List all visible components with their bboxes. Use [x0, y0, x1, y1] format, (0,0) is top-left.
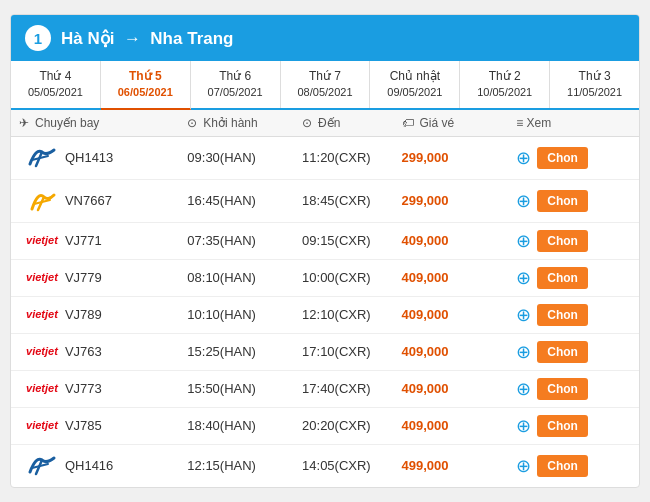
route-title: Hà Nội → Nha Trang — [61, 28, 233, 49]
flight-action: ⊕ Chon — [516, 341, 631, 363]
select-flight-button[interactable]: Chon — [537, 304, 588, 326]
flight-depart: 10:10(HAN) — [187, 307, 302, 322]
flight-arrive: 14:05(CXR) — [302, 458, 401, 473]
col-header-flight: ✈ Chuyến bay — [19, 116, 187, 130]
date-tab-07-05-2021[interactable]: Thứ 607/05/2021 — [191, 61, 281, 107]
flight-arrive: 20:20(CXR) — [302, 418, 401, 433]
flight-depart: 07:35(HAN) — [187, 233, 302, 248]
airline-logo — [19, 452, 65, 480]
airline-logo: vietjet — [19, 235, 65, 246]
flight-row: QH1413 09:30(HAN) 11:20(CXR) 299,000 ⊕ C… — [11, 137, 639, 180]
plus-icon[interactable]: ⊕ — [516, 190, 531, 212]
flight-price: 409,000 — [402, 381, 517, 396]
flight-arrive: 17:10(CXR) — [302, 344, 401, 359]
flight-code: QH1416 — [65, 458, 187, 473]
flight-arrive: 10:00(CXR) — [302, 270, 401, 285]
flight-row: vietjet VJ785 18:40(HAN) 20:20(CXR) 409,… — [11, 408, 639, 445]
flight-depart: 15:25(HAN) — [187, 344, 302, 359]
flight-action: ⊕ Chon — [516, 304, 631, 326]
plus-icon[interactable]: ⊕ — [516, 341, 531, 363]
select-flight-button[interactable]: Chon — [537, 147, 588, 169]
flight-action: ⊕ Chon — [516, 267, 631, 289]
flight-row: vietjet VJ779 08:10(HAN) 10:00(CXR) 409,… — [11, 260, 639, 297]
col-header-depart: ⊙ Khởi hành — [187, 116, 302, 130]
flight-code: VJ771 — [65, 233, 187, 248]
flight-arrive: 09:15(CXR) — [302, 233, 401, 248]
date-tab-11-05-2021[interactable]: Thứ 311/05/2021 — [550, 61, 639, 107]
date-tab-09-05-2021[interactable]: Chủ nhật09/05/2021 — [370, 61, 460, 107]
date-tab-08-05-2021[interactable]: Thứ 708/05/2021 — [281, 61, 371, 107]
flight-action: ⊕ Chon — [516, 415, 631, 437]
col-header-price: 🏷 Giá vé — [402, 116, 517, 130]
airline-logo — [19, 187, 65, 215]
flight-action: ⊕ Chon — [516, 378, 631, 400]
plus-icon[interactable]: ⊕ — [516, 230, 531, 252]
flight-row: VN7667 16:45(HAN) 18:45(CXR) 299,000 ⊕ C… — [11, 180, 639, 223]
select-flight-button[interactable]: Chon — [537, 455, 588, 477]
select-flight-button[interactable]: Chon — [537, 230, 588, 252]
flight-code: VJ779 — [65, 270, 187, 285]
flight-row: QH1416 12:15(HAN) 14:05(CXR) 499,000 ⊕ C… — [11, 445, 639, 487]
header-left: 1 Hà Nội → Nha Trang — [25, 25, 233, 51]
plus-icon[interactable]: ⊕ — [516, 267, 531, 289]
flight-price: 409,000 — [402, 233, 517, 248]
flight-price: 409,000 — [402, 418, 517, 433]
airline-logo: vietjet — [19, 346, 65, 357]
flight-search-container: 1 Hà Nội → Nha Trang Thứ 405/05/2021Thứ … — [10, 14, 640, 487]
flight-code: VJ763 — [65, 344, 187, 359]
flight-arrive: 11:20(CXR) — [302, 150, 401, 165]
plus-icon[interactable]: ⊕ — [516, 304, 531, 326]
flight-depart: 16:45(HAN) — [187, 193, 302, 208]
column-headers: ✈ Chuyến bay ⊙ Khởi hành ⊙ Đến 🏷 Giá vé … — [11, 110, 639, 137]
flight-depart: 08:10(HAN) — [187, 270, 302, 285]
flight-list: QH1413 09:30(HAN) 11:20(CXR) 299,000 ⊕ C… — [11, 137, 639, 487]
plus-icon[interactable]: ⊕ — [516, 147, 531, 169]
airline-logo: vietjet — [19, 309, 65, 320]
plus-icon[interactable]: ⊕ — [516, 378, 531, 400]
flight-depart: 12:15(HAN) — [187, 458, 302, 473]
date-tab-06-05-2021[interactable]: Thứ 506/05/2021 — [101, 61, 191, 109]
select-flight-button[interactable]: Chon — [537, 190, 588, 212]
flight-arrive: 18:45(CXR) — [302, 193, 401, 208]
select-flight-button[interactable]: Chon — [537, 341, 588, 363]
flight-price: 299,000 — [402, 150, 517, 165]
flight-price: 409,000 — [402, 344, 517, 359]
airline-logo — [19, 144, 65, 172]
flight-code: VJ785 — [65, 418, 187, 433]
flight-depart: 09:30(HAN) — [187, 150, 302, 165]
flight-price: 499,000 — [402, 458, 517, 473]
plus-icon[interactable]: ⊕ — [516, 455, 531, 477]
flight-row: vietjet VJ789 10:10(HAN) 12:10(CXR) 409,… — [11, 297, 639, 334]
airline-logo: vietjet — [19, 272, 65, 283]
flight-action: ⊕ Chon — [516, 455, 631, 477]
airline-logo: vietjet — [19, 420, 65, 431]
flight-action: ⊕ Chon — [516, 230, 631, 252]
flight-price: 409,000 — [402, 307, 517, 322]
flight-price: 299,000 — [402, 193, 517, 208]
date-tab-05-05-2021[interactable]: Thứ 405/05/2021 — [11, 61, 101, 107]
date-tabs-bar: Thứ 405/05/2021Thứ 506/05/2021Thứ 607/05… — [11, 61, 639, 109]
flight-row: vietjet VJ763 15:25(HAN) 17:10(CXR) 409,… — [11, 334, 639, 371]
flight-depart: 15:50(HAN) — [187, 381, 302, 396]
date-tab-10-05-2021[interactable]: Thứ 210/05/2021 — [460, 61, 550, 107]
flight-code: VJ773 — [65, 381, 187, 396]
airline-logo: vietjet — [19, 383, 65, 394]
flight-action: ⊕ Chon — [516, 190, 631, 212]
select-flight-button[interactable]: Chon — [537, 378, 588, 400]
select-flight-button[interactable]: Chon — [537, 415, 588, 437]
flight-action: ⊕ Chon — [516, 147, 631, 169]
select-flight-button[interactable]: Chon — [537, 267, 588, 289]
plus-icon[interactable]: ⊕ — [516, 415, 531, 437]
flight-code: VN7667 — [65, 193, 187, 208]
flight-code: QH1413 — [65, 150, 187, 165]
flight-row: vietjet VJ773 15:50(HAN) 17:40(CXR) 409,… — [11, 371, 639, 408]
col-header-arrive: ⊙ Đến — [302, 116, 401, 130]
flight-arrive: 12:10(CXR) — [302, 307, 401, 322]
flight-row: vietjet VJ771 07:35(HAN) 09:15(CXR) 409,… — [11, 223, 639, 260]
flight-arrive: 17:40(CXR) — [302, 381, 401, 396]
flight-price: 409,000 — [402, 270, 517, 285]
flight-depart: 18:40(HAN) — [187, 418, 302, 433]
col-header-action: ≡ Xem — [516, 116, 631, 130]
flight-code: VJ789 — [65, 307, 187, 322]
step-number: 1 — [25, 25, 51, 51]
